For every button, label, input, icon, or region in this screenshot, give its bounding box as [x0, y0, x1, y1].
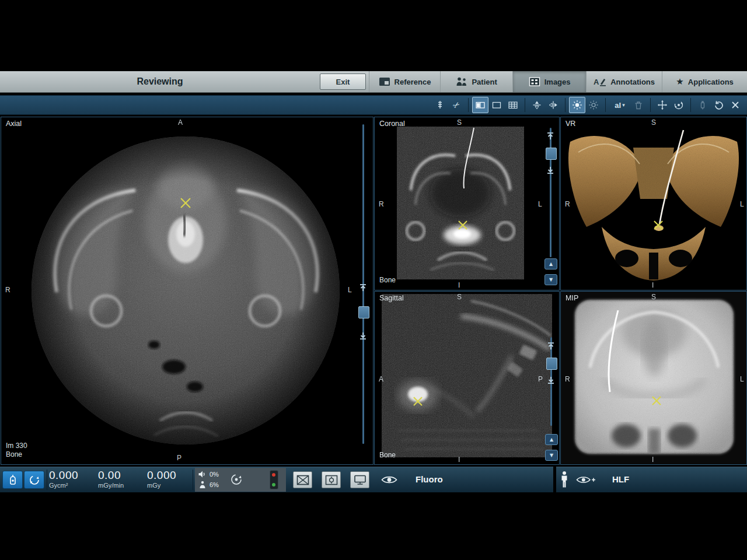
viewport-name: VR — [566, 120, 575, 128]
tab-bar: Reference Patient Images A Annotations — [369, 71, 747, 92]
monitor-button[interactable] — [350, 471, 369, 488]
coronal-page-up-button[interactable]: ▲ — [544, 258, 557, 270]
axial-slider-step-up[interactable] — [358, 283, 368, 292]
coronal-slider-step-down[interactable] — [545, 165, 556, 174]
person-small-icon — [198, 481, 207, 489]
viewport-name: Sagittal — [379, 294, 404, 302]
coronal-page-down-button[interactable]: ▼ — [544, 274, 557, 285]
dose-unit: mGy/min — [98, 482, 145, 489]
orientation-right: L — [538, 200, 542, 208]
patient-standing-icon — [560, 471, 569, 489]
tab-patient[interactable]: Patient — [440, 71, 512, 92]
tab-images[interactable]: Images — [512, 71, 586, 92]
vr-3d-image[interactable] — [561, 117, 746, 290]
mip-viewport[interactable]: MIP S R L I — [560, 291, 747, 465]
orientation-bottom: I — [652, 456, 654, 464]
tab-annotations[interactable]: A Annotations — [586, 71, 662, 92]
layout-single-pane-icon[interactable] — [488, 97, 505, 113]
reset-view-icon[interactable] — [711, 97, 727, 113]
flip-horizontal-icon[interactable] — [545, 97, 561, 113]
scissors-tool-icon[interactable]: ✂ — [448, 97, 465, 113]
rotate-3d-icon[interactable] — [671, 97, 687, 113]
image-number-label: Im 330 — [6, 442, 27, 450]
sagittal-slider-step-down[interactable] — [546, 375, 556, 384]
axial-slider-thumb[interactable] — [358, 306, 369, 318]
layout-grid-icon[interactable] — [505, 97, 521, 113]
axial-ct-image[interactable] — [1, 117, 373, 464]
orientation-right: P — [538, 375, 543, 383]
contrast-injector-icon[interactable] — [694, 97, 711, 113]
orientation-right: L — [740, 375, 744, 383]
orientation-bottom: P — [177, 454, 181, 462]
close-icon[interactable] — [727, 97, 743, 113]
annotations-pencil-icon: A — [594, 77, 606, 86]
vr-viewport[interactable]: VR S R L I — [560, 117, 747, 290]
caret-down-icon: ▾ — [622, 102, 625, 108]
tab-reference[interactable]: Reference — [369, 71, 440, 92]
sagittal-page-down-button[interactable]: ▼ — [545, 450, 558, 461]
sagittal-page-up-button[interactable]: ▲ — [545, 434, 558, 445]
orientation-top: S — [457, 118, 462, 127]
red-status-dot — [272, 473, 275, 477]
tab-label: Annotations — [610, 78, 655, 86]
delete-annotation-icon[interactable] — [630, 97, 647, 113]
axial-slider-step-down[interactable] — [358, 331, 368, 340]
coronal-slider-thumb[interactable] — [546, 148, 557, 160]
coronal-ct-image[interactable] — [375, 117, 559, 290]
orientation-bottom: I — [458, 456, 460, 464]
brightness-icon[interactable] — [569, 97, 585, 113]
sagittal-slider-step-up[interactable] — [546, 341, 556, 351]
tab-label: Applications — [688, 78, 734, 86]
preset-label: Bone — [379, 451, 396, 459]
guidewire-tool-icon[interactable] — [432, 97, 448, 113]
speaker-icon — [198, 470, 207, 478]
contrast-sun-icon[interactable] — [585, 97, 602, 113]
orientation-top: S — [651, 293, 656, 301]
tab-applications[interactable]: ★ Applications — [662, 71, 747, 92]
exit-button[interactable]: Exit — [320, 74, 366, 90]
green-status-dot — [272, 483, 275, 487]
orientation-left: R — [565, 200, 570, 208]
status-bar-left: 0.000 Gycm² 0.00 mGy/min 0.000 mGy 0% 6% — [0, 467, 553, 492]
coronal-viewport[interactable]: Coronal S R L I Bone ▲ ▼ — [374, 117, 560, 290]
orientation-top: A — [178, 118, 183, 127]
status-bar-right: HLF — [556, 467, 747, 492]
flip-vertical-icon[interactable] — [529, 97, 545, 113]
tab-label: Images — [544, 78, 571, 86]
pan-icon[interactable] — [654, 97, 671, 113]
collimation-button[interactable] — [322, 471, 341, 488]
handswitch-button[interactable] — [2, 471, 23, 489]
rotation-indicator-icon — [229, 472, 244, 487]
dose-area-product: 0.000 Gycm² — [49, 470, 96, 489]
fluoro-mode-label: Fluoro — [416, 474, 443, 484]
viewport-name: MIP — [566, 294, 578, 302]
applications-star-icon: ★ — [676, 76, 683, 87]
viewport-name: Axial — [6, 120, 22, 128]
layout-two-pane-icon[interactable] — [472, 97, 488, 113]
sagittal-ct-image[interactable] — [375, 292, 559, 464]
sagittal-slider-thumb[interactable] — [546, 358, 557, 370]
shutter-button[interactable] — [293, 471, 312, 488]
preset-label: Bone — [379, 276, 396, 284]
dose-rate: 0.00 mGy/min — [98, 470, 145, 489]
system-indicators-panel: 0% 6% — [195, 468, 286, 492]
orientation-right: L — [348, 286, 352, 294]
patient-people-icon — [456, 77, 467, 86]
stand-rotate-button[interactable] — [24, 471, 44, 489]
sagittal-viewport[interactable]: Sagittal S A P I Bone ▲ ▼ — [374, 291, 560, 465]
orientation-bottom: I — [458, 281, 460, 289]
axial-viewport[interactable]: Axial A R L P Im 330 Bone — [1, 117, 374, 465]
text-annotation-tool[interactable]: aI▾ — [609, 97, 630, 113]
coronal-slider-step-up[interactable] — [545, 131, 556, 141]
mip-image[interactable] — [561, 292, 746, 464]
tab-label: Patient — [472, 78, 497, 86]
viewport-name: Coronal — [379, 120, 405, 128]
orientation-left: R — [379, 200, 384, 208]
dose-value: 0.00 — [98, 470, 145, 481]
stand-percent: 6% — [210, 481, 219, 488]
images-grid-icon — [529, 76, 540, 87]
orientation-left: A — [379, 375, 383, 383]
hlf-mode-label: HLF — [612, 474, 629, 484]
image-toolbar: ✂ aI▾ — [0, 95, 747, 115]
page-title: Reviewing — [0, 71, 320, 92]
